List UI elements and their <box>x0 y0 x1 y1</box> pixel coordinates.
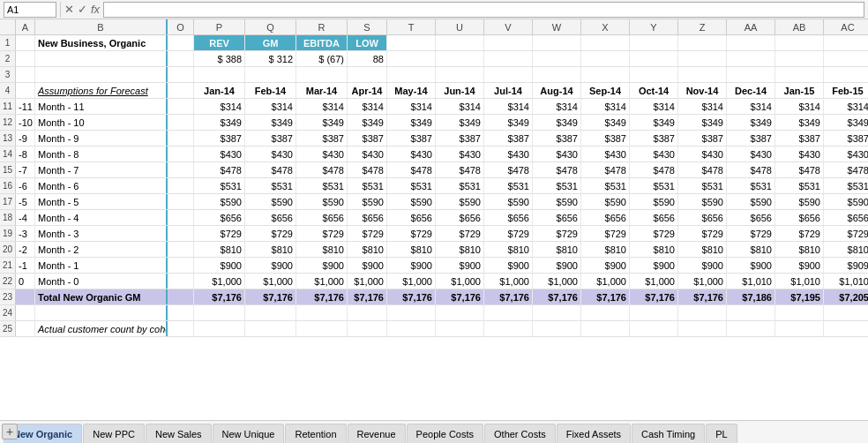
cell-A-3[interactable] <box>16 67 35 82</box>
cell-T-20[interactable]: $810 <box>387 242 436 257</box>
cell-Z-18[interactable]: $656 <box>678 210 727 225</box>
cell-T-17[interactable]: $590 <box>387 194 436 209</box>
cell-S-3[interactable] <box>348 67 387 82</box>
cell-Y-14[interactable]: $430 <box>630 146 678 161</box>
cell-R-23[interactable]: $7,176 <box>296 289 348 304</box>
cell-O-14[interactable] <box>168 146 194 161</box>
cell-O-25[interactable] <box>168 321 194 336</box>
cell-Y-4[interactable]: Oct-14 <box>630 83 678 98</box>
cell-T-4[interactable]: May-14 <box>387 83 436 98</box>
cell-S-12[interactable]: $349 <box>348 115 387 130</box>
cell-Z-1[interactable] <box>678 35 727 50</box>
cell-AB-17[interactable]: $590 <box>775 194 824 209</box>
cell-Z-23[interactable]: $7,176 <box>678 289 727 304</box>
cell-U-17[interactable]: $590 <box>436 194 484 209</box>
cell-AA-4[interactable]: Dec-14 <box>727 83 775 98</box>
cell-U-16[interactable]: $531 <box>436 178 484 193</box>
cell-V-21[interactable]: $900 <box>484 258 533 273</box>
cell-R-20[interactable]: $810 <box>296 242 348 257</box>
cell-T-21[interactable]: $900 <box>387 258 436 273</box>
col-header-S[interactable]: S <box>348 19 387 34</box>
cell-W-25[interactable] <box>533 321 581 336</box>
cell-AB-13[interactable]: $387 <box>775 131 824 146</box>
cell-A-14[interactable]: -8 <box>16 146 35 161</box>
cell-R-12[interactable]: $349 <box>296 115 348 130</box>
cell-Z-11[interactable]: $314 <box>678 99 727 114</box>
cell-R-22[interactable]: $1,000 <box>296 274 348 289</box>
cell-B-25[interactable]: Actual customer count by cohort <box>35 321 168 336</box>
cell-Q-25[interactable] <box>245 321 296 336</box>
cell-Y-3[interactable] <box>630 67 678 82</box>
cell-V-16[interactable]: $531 <box>484 178 533 193</box>
cell-R-16[interactable]: $531 <box>296 178 348 193</box>
cell-O-16[interactable] <box>168 178 194 193</box>
cell-R-2[interactable]: $ (67) <box>296 51 348 66</box>
cell-R-14[interactable]: $430 <box>296 146 348 161</box>
cell-R-25[interactable] <box>296 321 348 336</box>
col-header-W[interactable]: W <box>533 19 581 34</box>
cell-T-14[interactable]: $430 <box>387 146 436 161</box>
cell-V-24[interactable] <box>484 305 533 320</box>
cell-AC-18[interactable]: $656 <box>824 210 868 225</box>
cell-B-13[interactable]: Month - 9 <box>35 131 168 146</box>
cell-AA-20[interactable]: $810 <box>727 242 775 257</box>
cell-X-14[interactable]: $430 <box>581 146 630 161</box>
cell-U-21[interactable]: $900 <box>436 258 484 273</box>
cell-A-23[interactable] <box>16 289 35 304</box>
cell-AB-12[interactable]: $349 <box>775 115 824 130</box>
cell-W-22[interactable]: $1,000 <box>533 274 581 289</box>
cell-S-19[interactable]: $729 <box>348 226 387 241</box>
cell-V-13[interactable]: $387 <box>484 131 533 146</box>
cell-X-24[interactable] <box>581 305 630 320</box>
cell-B-17[interactable]: Month - 5 <box>35 194 168 209</box>
cell-R-18[interactable]: $656 <box>296 210 348 225</box>
cell-AA-25[interactable] <box>727 321 775 336</box>
cell-Z-4[interactable]: Nov-14 <box>678 83 727 98</box>
cell-B-23[interactable]: Total New Organic GM <box>35 289 168 304</box>
cell-U-11[interactable]: $314 <box>436 99 484 114</box>
cell-Q-21[interactable]: $900 <box>245 258 296 273</box>
cell-U-24[interactable] <box>436 305 484 320</box>
confirm-icon[interactable]: ✓ <box>78 3 87 16</box>
cell-AB-19[interactable]: $729 <box>775 226 824 241</box>
cell-A-13[interactable]: -9 <box>16 131 35 146</box>
cell-Q-23[interactable]: $7,176 <box>245 289 296 304</box>
cell-Y-13[interactable]: $387 <box>630 131 678 146</box>
cell-T-13[interactable]: $387 <box>387 131 436 146</box>
cell-Y-12[interactable]: $349 <box>630 115 678 130</box>
cell-AC-3[interactable] <box>824 67 868 82</box>
cell-A-24[interactable] <box>16 305 35 320</box>
cell-T-1[interactable] <box>387 35 436 50</box>
cell-U-20[interactable]: $810 <box>436 242 484 257</box>
cell-O-4[interactable] <box>168 83 194 98</box>
cell-V-19[interactable]: $729 <box>484 226 533 241</box>
cell-T-3[interactable] <box>387 67 436 82</box>
cell-AA-22[interactable]: $1,010 <box>727 274 775 289</box>
cell-V-11[interactable]: $314 <box>484 99 533 114</box>
cell-A-17[interactable]: -5 <box>16 194 35 209</box>
spreadsheet-scroll[interactable]: A B O P Q R S T U V W X Y Z AA AB AC 1Ne… <box>0 19 868 420</box>
add-sheet-button[interactable]: + <box>2 424 18 439</box>
cell-V-4[interactable]: Jul-14 <box>484 83 533 98</box>
cell-U-13[interactable]: $387 <box>436 131 484 146</box>
cell-P-3[interactable] <box>194 67 245 82</box>
cell-R-13[interactable]: $387 <box>296 131 348 146</box>
cell-W-12[interactable]: $349 <box>533 115 581 130</box>
cell-U-18[interactable]: $656 <box>436 210 484 225</box>
cell-T-18[interactable]: $656 <box>387 210 436 225</box>
tab-people-costs[interactable]: People Costs <box>407 424 483 443</box>
cell-T-23[interactable]: $7,176 <box>387 289 436 304</box>
col-header-B[interactable]: B <box>35 19 168 34</box>
cell-U-4[interactable]: Jun-14 <box>436 83 484 98</box>
cell-B-20[interactable]: Month - 2 <box>35 242 168 257</box>
cell-AC-20[interactable]: $810 <box>824 242 868 257</box>
cell-W-14[interactable]: $430 <box>533 146 581 161</box>
col-header-O[interactable]: O <box>168 19 194 34</box>
col-header-AA[interactable]: AA <box>727 19 775 34</box>
cell-X-16[interactable]: $531 <box>581 178 630 193</box>
cell-V-15[interactable]: $478 <box>484 162 533 177</box>
cell-Q-13[interactable]: $387 <box>245 131 296 146</box>
col-header-T[interactable]: T <box>387 19 436 34</box>
cell-A-15[interactable]: -7 <box>16 162 35 177</box>
cell-R-11[interactable]: $314 <box>296 99 348 114</box>
